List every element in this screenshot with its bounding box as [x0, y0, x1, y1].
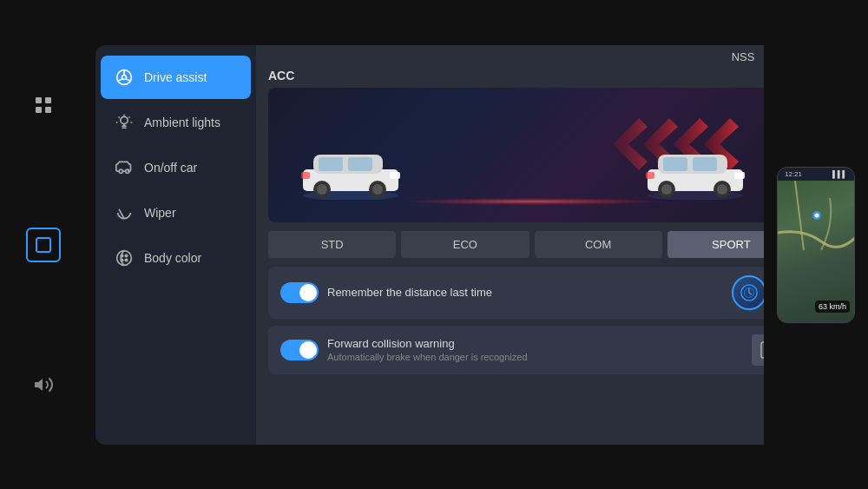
- svg-point-54: [717, 184, 727, 195]
- distance-title: Remember the distance last time: [327, 286, 723, 299]
- svg-point-64: [815, 213, 819, 217]
- phone-screen: 12:21 ▌▌▌ 63 km/h: [777, 167, 855, 323]
- svg-rect-50: [646, 172, 654, 179]
- acc-label: ACC: [268, 69, 795, 83]
- svg-point-43: [372, 184, 383, 195]
- distance-toggle[interactable]: [280, 282, 319, 303]
- svg-point-27: [121, 259, 123, 261]
- phone-signal: ▌▌▌: [832, 170, 847, 178]
- svg-point-20: [119, 169, 122, 173]
- speed-badge: 63 km/h: [815, 301, 850, 313]
- acc-panel: ACC: [256, 69, 807, 445]
- left-controls: [17, 0, 69, 489]
- top-bar: NSS 17:20: [256, 45, 807, 69]
- phone-map: 63 km/h: [778, 181, 854, 321]
- sidebar-item-label-ambient: Ambient lights: [144, 116, 220, 129]
- svg-point-28: [125, 259, 128, 261]
- svg-line-9: [119, 78, 123, 80]
- distance-icon: [732, 275, 766, 310]
- sidebar-item-onoff-car[interactable]: On/off car: [101, 146, 251, 189]
- phone-time: 12:21: [785, 170, 802, 178]
- collision-title: Forward collision warning: [327, 337, 743, 350]
- main-screen: Drive assist: [95, 45, 807, 445]
- sidebar-item-label-wiper: Wiper: [144, 206, 176, 220]
- svg-rect-49: [734, 172, 745, 179]
- svg-point-24: [117, 250, 132, 265]
- phone-top-bar: 12:21 ▌▌▌: [778, 168, 854, 181]
- setting-row-distance: Remember the distance last time ›: [268, 267, 795, 319]
- svg-rect-1: [45, 97, 51, 103]
- bulb-icon: [115, 113, 134, 132]
- road-glow: [402, 198, 662, 205]
- car-right: [639, 139, 752, 203]
- mode-btn-std[interactable]: STD: [268, 231, 396, 258]
- svg-marker-5: [35, 379, 43, 391]
- acc-animation: [268, 88, 795, 222]
- svg-rect-37: [348, 157, 372, 171]
- sidebar: Drive assist: [95, 45, 256, 445]
- svg-line-18: [128, 116, 129, 117]
- square-icon[interactable]: [26, 228, 61, 262]
- svg-rect-48: [693, 157, 717, 171]
- volume-icon[interactable]: [26, 367, 61, 402]
- svg-rect-39: [301, 172, 310, 179]
- grid-icon[interactable]: [26, 88, 61, 122]
- palette-icon: [115, 248, 134, 268]
- setting-row-collision: Forward collision warning Automatically …: [268, 326, 795, 374]
- svg-rect-38: [390, 172, 400, 179]
- sidebar-item-wiper[interactable]: Wiper: [101, 191, 251, 235]
- car-icon: [115, 158, 134, 177]
- setting-text-collision: Forward collision warning Automatically …: [327, 337, 743, 362]
- svg-rect-4: [36, 238, 50, 252]
- mode-btn-eco[interactable]: ECO: [401, 231, 529, 258]
- content-area: NSS 17:20 ACC: [256, 45, 807, 445]
- svg-rect-2: [36, 107, 42, 113]
- wiper-icon: [115, 203, 134, 222]
- sidebar-item-body-color[interactable]: Body color: [101, 236, 251, 280]
- collision-subtitle: Automatically brake when danger is recog…: [327, 352, 743, 362]
- mode-buttons: STD ECO COM SPORT: [268, 231, 795, 258]
- svg-rect-47: [663, 157, 687, 171]
- car-left: [294, 139, 407, 203]
- sidebar-item-drive-assist[interactable]: Drive assist: [101, 56, 251, 99]
- sidebar-item-label-onoff: On/off car: [144, 161, 197, 175]
- svg-line-10: [126, 78, 130, 80]
- svg-point-11: [121, 116, 128, 123]
- svg-line-58: [749, 293, 752, 294]
- svg-point-25: [121, 254, 123, 257]
- right-panel: 12:21 ▌▌▌ 63 km/h: [764, 0, 868, 489]
- svg-rect-36: [319, 157, 343, 171]
- status-label: NSS: [732, 50, 755, 63]
- sidebar-item-label-drive-assist: Drive assist: [144, 70, 207, 84]
- svg-point-21: [126, 169, 129, 173]
- svg-point-26: [125, 254, 128, 257]
- sidebar-item-ambient-lights[interactable]: Ambient lights: [101, 101, 251, 144]
- mode-btn-com[interactable]: COM: [535, 231, 662, 258]
- collision-toggle[interactable]: [280, 340, 319, 360]
- svg-line-16: [119, 116, 120, 117]
- svg-rect-0: [36, 97, 42, 103]
- setting-text-distance: Remember the distance last time: [327, 286, 723, 299]
- svg-rect-3: [45, 107, 51, 113]
- svg-point-41: [317, 184, 327, 195]
- sidebar-item-label-bodycolor: Body color: [144, 251, 201, 265]
- steering-icon: [115, 68, 134, 87]
- outer-frame: Drive assist: [0, 0, 868, 489]
- svg-point-52: [661, 184, 672, 195]
